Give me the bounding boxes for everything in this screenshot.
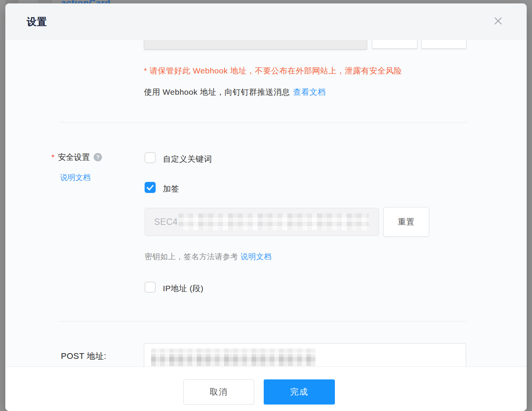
settings-dialog: 设置 * 请保管好此 Webhook 地址，不要公布在外部网站上，泄露有安全风险… (5, 3, 527, 411)
webhook-reset-button[interactable] (421, 40, 467, 49)
confirm-button[interactable]: 完成 (264, 379, 335, 405)
ip-address-checkbox[interactable] (145, 282, 156, 293)
sign-secret-masked-value (178, 213, 369, 230)
cancel-button[interactable]: 取消 (183, 379, 254, 405)
sign-note-docs-link[interactable]: 说明文档 (241, 252, 272, 261)
ip-address-label: IP地址 (段) (163, 283, 204, 294)
custom-keyword-checkbox[interactable] (145, 152, 156, 163)
view-docs-link[interactable]: 查看文档 (293, 88, 326, 96)
dialog-title: 设置 (27, 3, 47, 40)
sign-secret-input[interactable]: SEC4 (145, 208, 379, 236)
required-marker: * (51, 153, 54, 162)
sign-label: 加签 (163, 183, 179, 194)
post-address-label: POST 地址: (61, 350, 107, 362)
usage-text: 使用 Webhook 地址，向钉钉群推送消息 (144, 88, 290, 96)
webhook-url-input[interactable] (144, 40, 367, 49)
close-icon[interactable] (493, 16, 503, 26)
dialog-footer: 取消 完成 (5, 366, 527, 411)
sign-checkbox[interactable] (145, 182, 156, 193)
sign-note-text: 密钥如上，签名方法请参考 (145, 252, 238, 261)
reset-secret-button[interactable]: 重置 (383, 207, 429, 237)
dialog-header: 设置 (5, 3, 527, 40)
section-divider (59, 122, 467, 123)
security-settings-label-row: * 安全设置 ? (51, 152, 102, 162)
post-address-masked-value (151, 349, 315, 366)
custom-keyword-label: 自定义关键词 (163, 154, 212, 164)
sign-secret-prefix: SEC4 (154, 217, 178, 227)
background-fragment (38, 0, 52, 3)
section-divider (59, 321, 467, 322)
help-icon[interactable]: ? (94, 153, 102, 161)
security-settings-label: 安全设置 (58, 152, 90, 162)
security-docs-link[interactable]: 说明文档 (60, 172, 91, 183)
webhook-warning-text: * 请保管好此 Webhook 地址，不要公布在外部网站上，泄露有安全风险 (144, 65, 402, 76)
check-icon (146, 184, 154, 191)
webhook-copy-button[interactable] (372, 40, 417, 49)
webhook-usage-text: 使用 Webhook 地址，向钉钉群推送消息查看文档 (144, 87, 326, 97)
sign-note: 密钥如上，签名方法请参考说明文档 (145, 252, 272, 262)
